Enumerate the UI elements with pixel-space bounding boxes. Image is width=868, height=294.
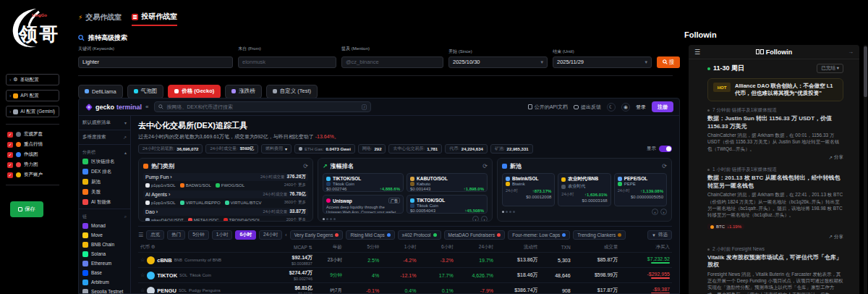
login-link[interactable]: 登录: [636, 104, 646, 111]
more-link[interactable]: 2400个 更多: [284, 182, 306, 188]
feedback-link[interactable]: 提出反馈: [574, 104, 601, 111]
gainer-card[interactable]: TIKTOK/SOL Tiktok Coin $0.002746↑4,888.6…: [323, 173, 404, 192]
news-item[interactable]: 1 小时前 链捕手及1家媒体报道 数据：201.13 枚 BTC 从匿名钱包转出…: [707, 167, 843, 240]
scroll-left-icon[interactable]: ‹: [285, 232, 286, 238]
table-row[interactable]: ☆PENGUSOLPudgy Penguins $6.81亿$0.0108 约7…: [138, 283, 672, 294]
sidebar-button-basic-config[interactable]: › ⚙ 基础配置: [6, 74, 59, 85]
filter-button[interactable]: ▼筛选: [647, 230, 672, 240]
token-chip[interactable]: BADW1/SOL: [180, 183, 211, 188]
timeframe-1h[interactable]: 1小时: [212, 230, 233, 240]
chain-item-ethereum[interactable]: Ethereum: [79, 259, 130, 268]
search-icon[interactable]: ⌕: [124, 214, 127, 219]
new-pool-card[interactable]: Btwink/SOL Btwink 24小时↑873.17% $0.000120…: [502, 173, 555, 206]
news-item[interactable]: 2 小时前 Foresight News Vitalik 发布股权预测市场试点，…: [707, 246, 843, 294]
preset-trending-clankers[interactable]: Trending Clankers: [573, 230, 626, 240]
refresh-icon[interactable]: ⟳: [482, 163, 488, 169]
chevron-up-icon[interactable]: ▴: [124, 150, 127, 155]
chain-item-solana[interactable]: Solana: [79, 249, 130, 259]
gas-fee-dropdown[interactable]: 燃料费用▾: [261, 144, 292, 154]
token-chip[interactable]: META/USDC: [188, 218, 219, 222]
col-volume[interactable]: 成交量: [573, 243, 621, 253]
display-toggle[interactable]: [659, 146, 672, 152]
token-chip[interactable]: p1pp1n/SOL: [145, 201, 176, 205]
list-icon[interactable]: ☰: [138, 232, 143, 238]
open-external-icon[interactable]: →: [848, 49, 854, 55]
tool-tab-gainers-losers[interactable]: 涨跌榜: [225, 85, 262, 98]
nav-item-ai-agents[interactable]: AI 智能体: [79, 197, 130, 207]
tab-research-war-room[interactable]: 投研作战室: [132, 12, 177, 26]
digest-status-dropdown[interactable]: 已完结 ▾: [817, 64, 843, 73]
sidebar-button-ai-config[interactable]: › AI 配置 (Gemini): [6, 106, 59, 117]
col-24h[interactable]: 24小时: [456, 243, 495, 253]
preset-x402-protocol[interactable]: x402 Protocol: [398, 230, 441, 240]
chain-item-monad[interactable]: Monad: [79, 221, 130, 230]
col-5m[interactable]: 5分钟: [344, 243, 381, 253]
share-button[interactable]: ↗分享: [829, 154, 843, 161]
tool-tab-bubble-chart[interactable]: 气泡图: [127, 85, 164, 98]
sidebar-button-api-config[interactable]: › API 配置: [6, 90, 59, 101]
tool-tab-custom[interactable]: 自定义 (Test): [266, 85, 318, 98]
module-toggle-key-markets[interactable]: ✓ 重点行情: [7, 141, 58, 148]
refresh-icon[interactable]: ⟳: [662, 163, 667, 169]
twitter-search-button[interactable]: 搜: [657, 56, 680, 68]
pagination-dots[interactable]: [323, 218, 336, 220]
more-link[interactable]: 200个 更多: [286, 217, 306, 222]
gainer-card[interactable]: TIKTOK/SOL Tiktok Coin $0.00054043↑45,50…: [407, 195, 488, 214]
token-chip[interactable]: wkeyDAO/USDT: [145, 218, 184, 222]
tool-tab-defillama[interactable]: DefiLlama: [78, 85, 123, 98]
star-icon[interactable]: ☆: [140, 257, 145, 263]
chain-item-base[interactable]: Base: [79, 268, 130, 277]
category-row-dao[interactable]: Dao ›24小时成交量33.87万: [143, 208, 308, 216]
theme-moon-icon[interactable]: ☾: [607, 103, 616, 112]
module-toggle-battle-map[interactable]: ✓ 作战图: [7, 151, 58, 158]
timeframe-5m[interactable]: 5分钟: [188, 230, 209, 240]
chain-item-sepolia[interactable]: Sepolia Testnet: [79, 287, 130, 294]
gift-icon[interactable]: ◉: [621, 103, 630, 112]
col-6h[interactable]: 6小时: [418, 243, 455, 253]
preset-metadao-fundraisers[interactable]: MetaDAO Fundraisers: [444, 230, 506, 240]
chain-item-move[interactable]: Move: [79, 230, 130, 240]
news-item[interactable]: 7 分钟前 链捕手及1家媒体报道 数据：Justin Sun 转出 1156.3…: [707, 107, 843, 161]
gear-icon[interactable]: ⚙: [151, 244, 156, 249]
collapse-icon[interactable]: «: [145, 104, 148, 110]
category-row-pumpfun[interactable]: Pump Fun ›24小时成交量376.26万: [143, 173, 308, 181]
gecko-search-input[interactable]: 按网络、DEX和代币进行搜索 /: [154, 101, 371, 112]
col-1h[interactable]: 1小时: [381, 243, 418, 253]
prev-arrow-icon[interactable]: ‹: [472, 216, 479, 222]
token-chip[interactable]: VIRTUAL/REPPO: [180, 201, 221, 205]
timeframe-24h[interactable]: 24小时: [259, 230, 282, 240]
module-toggle-asset-accounts[interactable]: ✓ 资产账户: [7, 172, 58, 178]
preset-rising-mid-caps[interactable]: Rising Mid Caps: [346, 230, 394, 240]
category-row-ai-agents[interactable]: AI Agents ›24小时成交量76.78亿: [143, 190, 308, 198]
star-icon[interactable]: ☆: [140, 272, 145, 278]
token-chip[interactable]: VIRTUAL/BTCV: [225, 201, 262, 205]
mention-input[interactable]: [341, 56, 443, 68]
keywords-input[interactable]: [78, 56, 233, 68]
prev-arrow-icon[interactable]: ‹: [652, 209, 658, 215]
btc-price-badge[interactable]: BTC↓1.19%: [707, 224, 744, 230]
share-button[interactable]: ↗分享: [829, 234, 843, 240]
view-tab-trending[interactable]: 热门: [167, 230, 185, 240]
tool-tab-gecko-price[interactable]: 价格 (Gecko): [168, 85, 221, 98]
module-toggle-power-map[interactable]: ✓ 势力图: [7, 161, 58, 168]
nav-item-dex-ranking[interactable]: DEX 排名: [79, 167, 130, 177]
col-liquidity[interactable]: 流动性: [495, 243, 540, 253]
new-pool-card[interactable]: PEPE/SOL PEPE 24小时↑1,139.08% $0.00000005…: [614, 173, 667, 206]
view-tab-overview[interactable]: 总览: [146, 230, 164, 240]
col-token[interactable]: 代币 ⚙: [138, 243, 263, 253]
col-age[interactable]: 年龄: [315, 243, 344, 253]
nav-item-chain-ranking[interactable]: 区块链排名: [79, 156, 130, 167]
next-arrow-icon[interactable]: ›: [481, 216, 488, 222]
nav-item-us-stocks[interactable]: 美股: [79, 187, 130, 197]
next-arrow-icon[interactable]: ›: [660, 209, 667, 215]
star-icon[interactable]: ☆: [140, 287, 145, 293]
hot-news-card[interactable]: HOT Alliance DAO 联合创始人：不会做空 L1 代币，但也难以将其…: [707, 78, 843, 101]
token-chip[interactable]: FWOG/SOL: [216, 183, 244, 188]
since-date-input[interactable]: 2025/10/30▾: [448, 56, 548, 68]
uniswap-ad-card[interactable]: Uniswap广告 Access deep liquidity through …: [323, 195, 404, 214]
refresh-icon[interactable]: ⟳: [303, 163, 308, 169]
until-date-input[interactable]: 2025/11/29▾: [553, 56, 652, 68]
chain-item-arbitrum[interactable]: Arbitrum: [79, 277, 130, 287]
watchlist-dropdown[interactable]: 默认观察清单▾: [79, 117, 130, 128]
tab-trading-war-room[interactable]: ⚡ 交易作战室: [78, 12, 122, 25]
